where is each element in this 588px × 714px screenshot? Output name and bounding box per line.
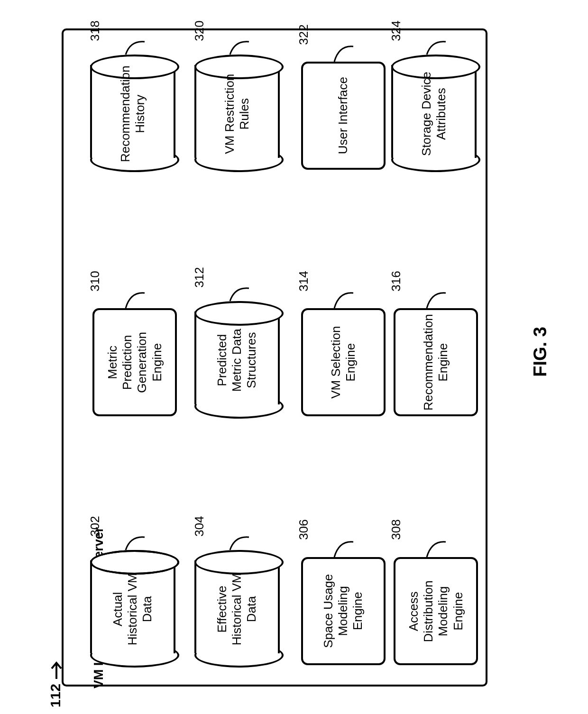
label-320: VM Restriction Rules — [222, 71, 252, 156]
ref-302: 302 — [88, 512, 102, 540]
ref-324: 324 — [389, 17, 403, 45]
ref-308: 308 — [389, 515, 403, 544]
leader-312 — [228, 284, 251, 303]
leader-310 — [123, 289, 147, 310]
label-324: Storage Device Attributes — [419, 71, 449, 156]
outer-ref-number: 112 — [47, 684, 63, 707]
ref-304: 304 — [192, 512, 206, 540]
cylinder-predicted-metric-data-structures: Predicted Metric Data Structures — [194, 301, 280, 415]
label-316: Recommendation Engine — [421, 314, 450, 411]
ref-312: 312 — [192, 263, 206, 292]
cylinder-effective-historical-vm-data: Effective Historical VM Data — [194, 550, 280, 664]
leader-322 — [332, 43, 356, 64]
diagram-stage: 112 VM Load Balancing Server FIG. 3 Actu… — [0, 0, 588, 714]
label-308: Access Distribution Modeling Engine — [406, 571, 466, 651]
leader-318 — [123, 38, 147, 57]
ref-316: 316 — [389, 267, 403, 295]
leader-320 — [228, 38, 251, 57]
label-322: User Interface — [336, 75, 350, 156]
leader-324 — [424, 38, 448, 57]
leader-316 — [424, 289, 448, 310]
cylinder-actual-historical-vm-data: Actual Historical VM Data — [90, 550, 175, 664]
label-306: Space Usage Modeling Engine — [321, 571, 366, 651]
label-302: Actual Historical VM Data — [110, 567, 155, 652]
box-space-usage-modeling-engine: Space Usage Modeling Engine — [301, 557, 386, 665]
arrow-icon — [50, 658, 63, 680]
leader-314 — [332, 289, 356, 310]
box-access-distribution-modeling-engine: Access Distribution Modeling Engine — [394, 557, 478, 665]
ref-314: 314 — [296, 267, 311, 295]
label-310: Metric Prediction Generation Engine — [105, 322, 165, 403]
cylinder-recommendation-history: Recommendation History — [90, 55, 175, 168]
label-314: VM Selection Engine — [329, 322, 358, 403]
box-recommendation-engine: Recommendation Engine — [394, 308, 478, 416]
ref-318: 318 — [88, 17, 102, 45]
box-metric-prediction-generation-engine: Metric Prediction Generation Engine — [92, 308, 177, 416]
leader-304 — [228, 533, 251, 552]
label-304: Effective Historical VM Data — [215, 567, 259, 652]
leader-302 — [123, 533, 147, 552]
box-user-interface: User Interface — [301, 62, 386, 170]
cylinder-vm-restriction-rules: VM Restriction Rules — [194, 55, 280, 168]
label-312: Predicted Metric Data Structures — [215, 318, 259, 403]
cylinder-storage-device-attributes: Storage Device Attributes — [391, 55, 477, 168]
leader-306 — [332, 538, 356, 559]
ref-320: 320 — [192, 17, 206, 45]
figure-label: FIG. 3 — [530, 314, 551, 390]
ref-310: 310 — [88, 267, 102, 295]
box-vm-selection-engine: VM Selection Engine — [301, 308, 386, 416]
ref-306: 306 — [296, 515, 311, 544]
leader-308 — [424, 538, 448, 559]
label-318: Recommendation History — [118, 65, 147, 162]
ref-322: 322 — [296, 20, 311, 49]
